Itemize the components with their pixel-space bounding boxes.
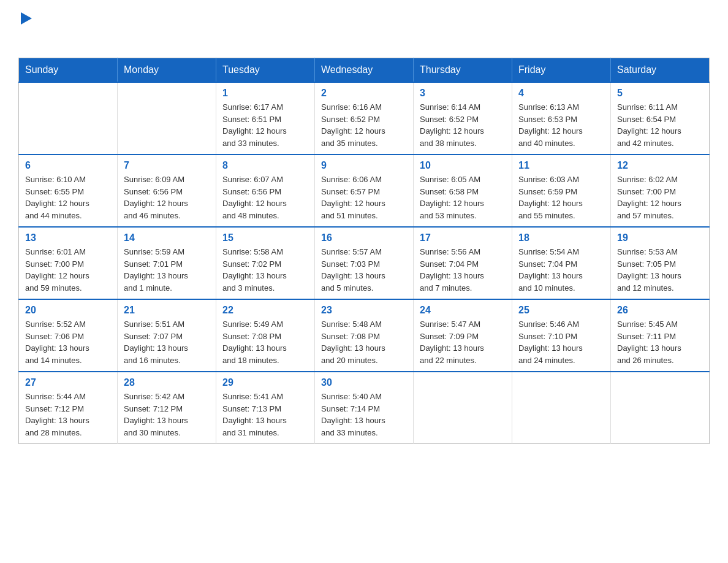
day-number: 8 (222, 160, 308, 171)
day-info: Sunrise: 5:51 AM Sunset: 7:07 PM Dayligh… (124, 318, 210, 366)
calendar-day-29: 29Sunrise: 5:41 AM Sunset: 7:13 PM Dayli… (216, 372, 315, 444)
calendar-day-16: 16Sunrise: 5:57 AM Sunset: 7:03 PM Dayli… (315, 227, 414, 299)
calendar-day-4: 4Sunrise: 6:13 AM Sunset: 6:53 PM Daylig… (512, 82, 611, 155)
calendar-week-row: 20Sunrise: 5:52 AM Sunset: 7:06 PM Dayli… (19, 299, 710, 372)
calendar-day-11: 11Sunrise: 6:03 AM Sunset: 6:59 PM Dayli… (512, 155, 611, 227)
calendar-day-19: 19Sunrise: 5:53 AM Sunset: 7:05 PM Dayli… (611, 227, 710, 299)
day-info: Sunrise: 5:58 AM Sunset: 7:02 PM Dayligh… (222, 246, 308, 294)
calendar-empty-cell (611, 372, 710, 444)
calendar-day-10: 10Sunrise: 6:05 AM Sunset: 6:58 PM Dayli… (414, 155, 512, 227)
calendar-day-13: 13Sunrise: 6:01 AM Sunset: 7:00 PM Dayli… (19, 227, 118, 299)
day-number: 9 (321, 160, 407, 171)
day-number: 5 (617, 88, 703, 99)
weekday-header-thursday: Thursday (414, 58, 512, 83)
day-number: 30 (321, 377, 407, 388)
day-info: Sunrise: 6:10 AM Sunset: 6:55 PM Dayligh… (25, 174, 111, 221)
calendar-week-row: 13Sunrise: 6:01 AM Sunset: 7:00 PM Dayli… (19, 227, 710, 299)
day-info: Sunrise: 5:41 AM Sunset: 7:13 PM Dayligh… (222, 391, 308, 439)
calendar-week-row: 27Sunrise: 5:44 AM Sunset: 7:12 PM Dayli… (19, 372, 710, 444)
day-info: Sunrise: 5:59 AM Sunset: 7:01 PM Dayligh… (124, 246, 210, 294)
calendar-day-6: 6Sunrise: 6:10 AM Sunset: 6:55 PM Daylig… (19, 155, 118, 227)
day-number: 3 (420, 88, 506, 99)
page-header (18, 12, 710, 48)
calendar-day-5: 5Sunrise: 6:11 AM Sunset: 6:54 PM Daylig… (611, 82, 710, 155)
calendar-day-14: 14Sunrise: 5:59 AM Sunset: 7:01 PM Dayli… (118, 227, 216, 299)
calendar-day-26: 26Sunrise: 5:45 AM Sunset: 7:11 PM Dayli… (611, 299, 710, 372)
weekday-header-friday: Friday (512, 58, 611, 83)
day-number: 25 (518, 305, 604, 316)
calendar-day-24: 24Sunrise: 5:47 AM Sunset: 7:09 PM Dayli… (414, 299, 512, 372)
calendar-day-20: 20Sunrise: 5:52 AM Sunset: 7:06 PM Dayli… (19, 299, 118, 372)
weekday-header-tuesday: Tuesday (216, 58, 315, 83)
day-info: Sunrise: 5:56 AM Sunset: 7:04 PM Dayligh… (420, 246, 506, 294)
calendar-day-1: 1Sunrise: 6:17 AM Sunset: 6:51 PM Daylig… (216, 82, 315, 155)
calendar-day-7: 7Sunrise: 6:09 AM Sunset: 6:56 PM Daylig… (118, 155, 216, 227)
calendar-day-22: 22Sunrise: 5:49 AM Sunset: 7:08 PM Dayli… (216, 299, 315, 372)
day-info: Sunrise: 6:07 AM Sunset: 6:56 PM Dayligh… (222, 174, 308, 221)
day-number: 12 (617, 160, 703, 171)
day-number: 24 (420, 305, 506, 316)
day-info: Sunrise: 6:01 AM Sunset: 7:00 PM Dayligh… (25, 246, 111, 294)
logo-triangle-icon (21, 12, 32, 27)
day-info: Sunrise: 5:49 AM Sunset: 7:08 PM Dayligh… (222, 318, 308, 366)
calendar-day-27: 27Sunrise: 5:44 AM Sunset: 7:12 PM Dayli… (19, 372, 118, 444)
day-number: 11 (518, 160, 604, 171)
logo (18, 12, 32, 48)
calendar-empty-cell (414, 372, 512, 444)
day-info: Sunrise: 5:48 AM Sunset: 7:08 PM Dayligh… (321, 318, 407, 366)
day-info: Sunrise: 6:02 AM Sunset: 7:00 PM Dayligh… (617, 174, 703, 221)
day-number: 6 (25, 160, 111, 171)
day-info: Sunrise: 5:52 AM Sunset: 7:06 PM Dayligh… (25, 318, 111, 366)
svg-marker-0 (21, 12, 32, 25)
day-number: 16 (321, 232, 407, 243)
calendar-empty-cell (19, 82, 118, 155)
calendar-day-25: 25Sunrise: 5:46 AM Sunset: 7:10 PM Dayli… (512, 299, 611, 372)
day-number: 17 (420, 232, 506, 243)
weekday-header-wednesday: Wednesday (315, 58, 414, 83)
day-number: 29 (222, 377, 308, 388)
day-info: Sunrise: 6:06 AM Sunset: 6:57 PM Dayligh… (321, 174, 407, 221)
day-info: Sunrise: 6:13 AM Sunset: 6:53 PM Dayligh… (518, 101, 604, 149)
day-info: Sunrise: 5:45 AM Sunset: 7:11 PM Dayligh… (617, 318, 703, 366)
day-number: 2 (321, 88, 407, 99)
day-info: Sunrise: 6:14 AM Sunset: 6:52 PM Dayligh… (420, 101, 506, 149)
day-number: 13 (25, 232, 111, 243)
day-info: Sunrise: 6:03 AM Sunset: 6:59 PM Dayligh… (518, 174, 604, 221)
calendar-day-28: 28Sunrise: 5:42 AM Sunset: 7:12 PM Dayli… (118, 372, 216, 444)
calendar-day-17: 17Sunrise: 5:56 AM Sunset: 7:04 PM Dayli… (414, 227, 512, 299)
day-info: Sunrise: 6:16 AM Sunset: 6:52 PM Dayligh… (321, 101, 407, 149)
day-number: 7 (124, 160, 210, 171)
day-number: 26 (617, 305, 703, 316)
calendar-week-row: 6Sunrise: 6:10 AM Sunset: 6:55 PM Daylig… (19, 155, 710, 227)
day-number: 1 (222, 88, 308, 99)
day-number: 14 (124, 232, 210, 243)
day-number: 22 (222, 305, 308, 316)
day-number: 21 (124, 305, 210, 316)
calendar-week-row: 1Sunrise: 6:17 AM Sunset: 6:51 PM Daylig… (19, 82, 710, 155)
day-number: 20 (25, 305, 111, 316)
day-info: Sunrise: 5:42 AM Sunset: 7:12 PM Dayligh… (124, 391, 210, 439)
day-info: Sunrise: 5:53 AM Sunset: 7:05 PM Dayligh… (617, 246, 703, 294)
day-info: Sunrise: 6:05 AM Sunset: 6:58 PM Dayligh… (420, 174, 506, 221)
day-info: Sunrise: 5:54 AM Sunset: 7:04 PM Dayligh… (518, 246, 604, 294)
day-info: Sunrise: 5:40 AM Sunset: 7:14 PM Dayligh… (321, 391, 407, 439)
day-number: 19 (617, 232, 703, 243)
day-number: 23 (321, 305, 407, 316)
calendar-day-21: 21Sunrise: 5:51 AM Sunset: 7:07 PM Dayli… (118, 299, 216, 372)
day-info: Sunrise: 6:17 AM Sunset: 6:51 PM Dayligh… (222, 101, 308, 149)
calendar-empty-cell (512, 372, 611, 444)
calendar-day-8: 8Sunrise: 6:07 AM Sunset: 6:56 PM Daylig… (216, 155, 315, 227)
calendar-day-2: 2Sunrise: 6:16 AM Sunset: 6:52 PM Daylig… (315, 82, 414, 155)
calendar-day-12: 12Sunrise: 6:02 AM Sunset: 7:00 PM Dayli… (611, 155, 710, 227)
calendar-day-9: 9Sunrise: 6:06 AM Sunset: 6:57 PM Daylig… (315, 155, 414, 227)
day-info: Sunrise: 6:11 AM Sunset: 6:54 PM Dayligh… (617, 101, 703, 149)
calendar-day-3: 3Sunrise: 6:14 AM Sunset: 6:52 PM Daylig… (414, 82, 512, 155)
calendar-empty-cell (118, 82, 216, 155)
weekday-header-saturday: Saturday (611, 58, 710, 83)
calendar-day-18: 18Sunrise: 5:54 AM Sunset: 7:04 PM Dayli… (512, 227, 611, 299)
day-number: 4 (518, 88, 604, 99)
calendar-day-30: 30Sunrise: 5:40 AM Sunset: 7:14 PM Dayli… (315, 372, 414, 444)
calendar-day-23: 23Sunrise: 5:48 AM Sunset: 7:08 PM Dayli… (315, 299, 414, 372)
day-info: Sunrise: 5:57 AM Sunset: 7:03 PM Dayligh… (321, 246, 407, 294)
day-info: Sunrise: 6:09 AM Sunset: 6:56 PM Dayligh… (124, 174, 210, 221)
